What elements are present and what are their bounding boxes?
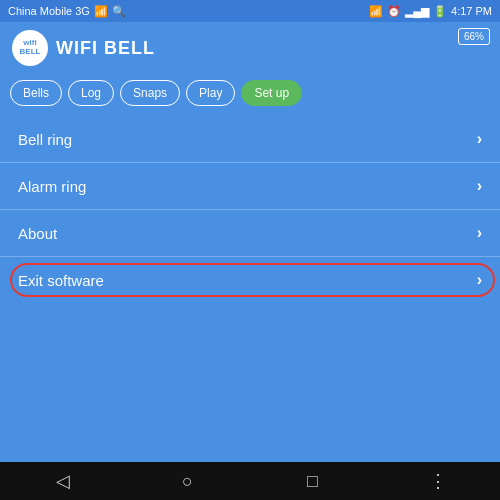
logo-text: wifiBELL [20, 39, 41, 57]
status-left: China Mobile 3G 📶 🔍 [8, 5, 126, 18]
menu-item-alarm-ring[interactable]: Alarm ring › [0, 163, 500, 210]
menu-item-bell-ring[interactable]: Bell ring › [0, 116, 500, 163]
exit-software-label: Exit software [18, 272, 104, 289]
recent-apps-button[interactable]: □ [293, 462, 333, 500]
app-header: wifiBELL WIFI BELL 66% [0, 22, 500, 74]
tab-play[interactable]: Play [186, 80, 235, 106]
menu-item-exit-software[interactable]: Exit software › [0, 257, 500, 303]
more-button[interactable]: ⋮ [418, 462, 458, 500]
time-text: 4:17 PM [451, 5, 492, 17]
home-button[interactable]: ○ [168, 462, 208, 500]
battery-icon: 🔋 [433, 5, 447, 18]
alarm-icon: ⏰ [387, 5, 401, 18]
battery-percent-badge: 66% [458, 28, 490, 45]
search-icon: 🔍 [112, 5, 126, 18]
nav-tabs: Bells Log Snaps Play Set up [0, 74, 500, 116]
about-chevron: › [477, 224, 482, 242]
tab-setup[interactable]: Set up [241, 80, 302, 106]
alarm-ring-label: Alarm ring [18, 178, 86, 195]
status-bar: China Mobile 3G 📶 🔍 📶 ⏰ ▂▄▆ 🔋 4:17 PM [0, 0, 500, 22]
tab-bells[interactable]: Bells [10, 80, 62, 106]
bell-ring-label: Bell ring [18, 131, 72, 148]
main-content: Bell ring › Alarm ring › About › Exit so… [0, 116, 500, 462]
bell-ring-chevron: › [477, 130, 482, 148]
phone-frame: China Mobile 3G 📶 🔍 📶 ⏰ ▂▄▆ 🔋 4:17 PM wi… [0, 0, 500, 500]
about-label: About [18, 225, 57, 242]
tab-log[interactable]: Log [68, 80, 114, 106]
carrier-text: China Mobile 3G [8, 5, 90, 17]
menu-item-about[interactable]: About › [0, 210, 500, 257]
wifi-icon: 📶 [369, 5, 383, 18]
app-logo: wifiBELL [12, 30, 48, 66]
alarm-ring-chevron: › [477, 177, 482, 195]
exit-software-chevron: › [477, 271, 482, 289]
bottom-nav: ◁ ○ □ ⋮ [0, 462, 500, 500]
signal-bars-icon: ▂▄▆ [405, 5, 429, 18]
status-right: 📶 ⏰ ▂▄▆ 🔋 4:17 PM [369, 5, 492, 18]
signal-icon: 📶 [94, 5, 108, 18]
app-title: WIFI BELL [56, 38, 155, 59]
back-button[interactable]: ◁ [43, 462, 83, 500]
tab-snaps[interactable]: Snaps [120, 80, 180, 106]
